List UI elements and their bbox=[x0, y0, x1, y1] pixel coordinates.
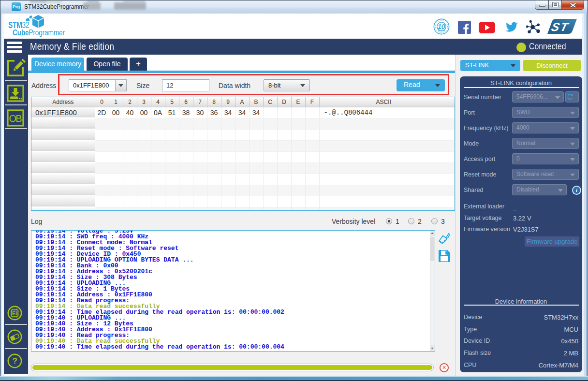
svg-text:YEARS: YEARS bbox=[438, 29, 445, 32]
svg-text:ST: ST bbox=[550, 20, 571, 33]
svg-text:?: ? bbox=[13, 356, 17, 366]
svg-text:EL: EL bbox=[12, 310, 19, 316]
svg-text:OB: OB bbox=[9, 113, 22, 124]
